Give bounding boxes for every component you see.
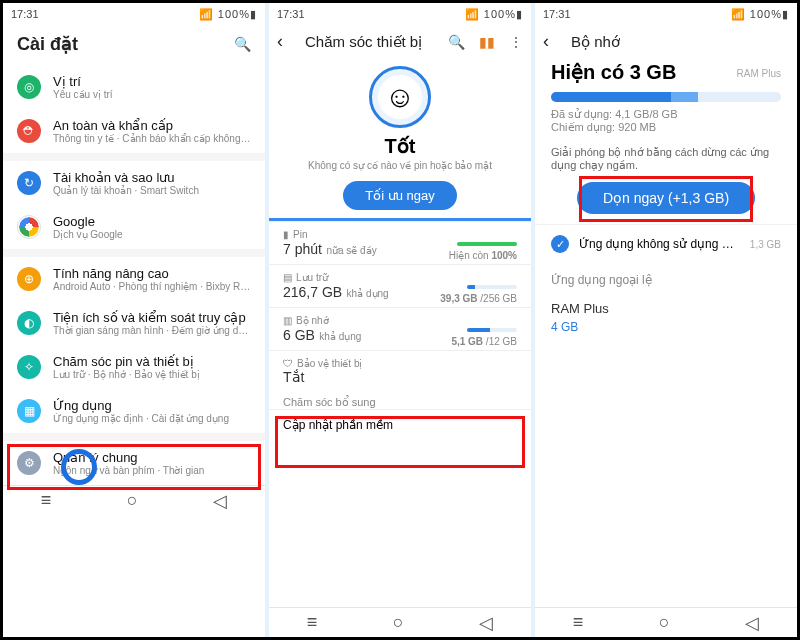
battery-time: 7 phút	[283, 241, 322, 257]
extra-care-label: Chăm sóc bổ sung	[269, 391, 531, 409]
chart-icon[interactable]: ▮▮	[479, 34, 495, 50]
optimize-button[interactable]: Tối ưu ngay	[343, 181, 456, 210]
status-bar: 17:31 📶 100%▮	[269, 3, 531, 25]
software-update[interactable]: Cập nhật phần mềm	[269, 409, 531, 440]
back-icon[interactable]: ‹	[277, 31, 299, 52]
card-memory[interactable]: ▥Bộ nhớ 6 GB khả dụng 5,1 GB /12 GB	[269, 307, 531, 350]
google-icon	[17, 215, 41, 239]
advanced-icon: ⊕	[17, 267, 41, 291]
memory-used-line: Đã sử dụng: 4,1 GB/8 GB	[551, 108, 781, 121]
storage-icon: ▤	[283, 272, 292, 283]
search-icon[interactable]: 🔍	[448, 34, 465, 50]
unused-apps-item[interactable]: ✓ Ứng dụng không sử dụng gần đ… 1,3 GB	[535, 224, 797, 263]
memory-free: 6 GB	[283, 327, 315, 343]
general-icon: ⚙	[17, 451, 41, 475]
screen-device-care: 17:31 📶 100%▮ ‹ Chăm sóc thiết bị 🔍 ▮▮ ⋮…	[269, 3, 535, 637]
battery-icon: ▮	[283, 229, 289, 240]
storage-free: 216,7 GB	[283, 284, 342, 300]
more-icon[interactable]: ⋮	[509, 34, 523, 50]
settings-item-general[interactable]: ⚙ Quản lý chungNgôn ngữ và bàn phím · Th…	[3, 441, 265, 485]
shield-icon: 🛡	[283, 358, 293, 369]
excluded-apps-label[interactable]: Ứng dụng ngoại lệ	[535, 263, 797, 291]
nav-back-icon[interactable]: ◁	[745, 612, 759, 634]
nav-recent-icon[interactable]: ≡	[41, 490, 52, 511]
settings-list: ◎ Vị tríYêu cầu vị trí ⛑ An toàn và khẩn…	[3, 65, 265, 485]
settings-title: Cài đặt	[17, 33, 234, 55]
ram-plus-tag: RAM Plus	[737, 68, 781, 79]
clean-now-button[interactable]: Dọn ngay (+1,3 GB)	[577, 182, 755, 214]
status-time: 17:31	[277, 8, 305, 20]
smiley-icon: ☺	[369, 66, 431, 128]
memory-occupy-line: Chiếm dụng: 920 MB	[551, 121, 781, 134]
settings-header: Cài đặt 🔍	[3, 25, 265, 65]
screen-settings: 17:31 📶 100%▮ Cài đặt 🔍 ◎ Vị tríYêu cầu …	[3, 3, 269, 637]
status-icons: 📶 100%▮	[731, 8, 789, 21]
memory-icon: ▥	[283, 315, 292, 326]
accounts-icon: ↻	[17, 171, 41, 195]
status-bar: 17:31 📶 100%▮	[535, 3, 797, 25]
status-icons: 📶 100%▮	[199, 8, 257, 21]
memory-description: Giải phóng bộ nhớ bằng cách dừng các ứng…	[535, 142, 797, 182]
settings-item-safety[interactable]: ⛑ An toàn và khẩn cấpThông tin y tế · Cả…	[3, 109, 265, 153]
memory-progress	[551, 92, 781, 102]
nav-bar: ≡ ○ ◁	[3, 485, 265, 515]
nav-back-icon[interactable]: ◁	[213, 490, 227, 512]
memory-heading: Hiện có 3 GB	[551, 61, 676, 83]
status-subtitle: Không có sự cố nào về pin hoặc bảo mật	[285, 160, 515, 171]
battery-percent: 100%	[491, 250, 517, 261]
location-icon: ◎	[17, 75, 41, 99]
nav-recent-icon[interactable]: ≡	[573, 612, 584, 633]
wellbeing-icon: ◐	[17, 311, 41, 335]
settings-item-apps[interactable]: ▦ Ứng dụngỨng dụng mặc định · Cài đặt ứn…	[3, 389, 265, 433]
settings-item-digital-wellbeing[interactable]: ◐ Tiện ích số và kiểm soát truy cậpThời …	[3, 301, 265, 345]
device-care-summary: ☺ Tốt Không có sự cố nào về pin hoặc bảo…	[269, 58, 531, 218]
status-time: 17:31	[543, 8, 571, 20]
card-protection[interactable]: 🛡Bảo vệ thiết bị Tắt	[269, 350, 531, 391]
card-storage[interactable]: ▤Lưu trữ 216,7 GB khả dụng 39,3 GB /256 …	[269, 264, 531, 307]
nav-bar: ≡ ○ ◁	[535, 607, 797, 637]
status-bar: 17:31 📶 100%▮	[3, 3, 265, 25]
settings-item-device-care[interactable]: ✧ Chăm sóc pin và thiết bịLưu trữ · Bộ n…	[3, 345, 265, 389]
check-icon: ✓	[551, 235, 569, 253]
memory-header: ‹ Bộ nhớ	[535, 25, 797, 58]
apps-icon: ▦	[17, 399, 41, 423]
nav-home-icon[interactable]: ○	[127, 490, 138, 511]
settings-item-google[interactable]: GoogleDịch vụ Google	[3, 205, 265, 249]
status-title: Tốt	[285, 134, 515, 158]
device-care-icon: ✧	[17, 355, 41, 379]
nav-home-icon[interactable]: ○	[393, 612, 404, 633]
status-time: 17:31	[11, 8, 39, 20]
nav-home-icon[interactable]: ○	[659, 612, 670, 633]
nav-recent-icon[interactable]: ≡	[307, 612, 318, 633]
device-care-header: ‹ Chăm sóc thiết bị 🔍 ▮▮ ⋮	[269, 25, 531, 58]
settings-item-advanced[interactable]: ⊕ Tính năng nâng caoAndroid Auto · Phòng…	[3, 257, 265, 301]
back-icon[interactable]: ‹	[543, 31, 565, 52]
memory-title: Bộ nhớ	[571, 33, 789, 51]
nav-back-icon[interactable]: ◁	[479, 612, 493, 634]
card-battery[interactable]: ▮Pin 7 phút nữa sẽ đầy Hiện còn 100%	[269, 221, 531, 264]
screen-memory: 17:31 📶 100%▮ ‹ Bộ nhớ Hiện có 3 GB RAM …	[535, 3, 797, 637]
status-icons: 📶 100%▮	[465, 8, 523, 21]
ram-plus-value: 4 GB	[535, 320, 797, 346]
ram-plus-section[interactable]: RAM Plus	[535, 291, 797, 320]
settings-item-location[interactable]: ◎ Vị tríYêu cầu vị trí	[3, 65, 265, 109]
settings-item-accounts[interactable]: ↻ Tài khoản và sao lưuQuản lý tài khoản …	[3, 161, 265, 205]
nav-bar: ≡ ○ ◁	[269, 607, 531, 637]
protection-state: Tắt	[283, 369, 517, 385]
device-care-title: Chăm sóc thiết bị	[305, 33, 448, 51]
search-icon[interactable]: 🔍	[234, 36, 251, 52]
safety-icon: ⛑	[17, 119, 41, 143]
